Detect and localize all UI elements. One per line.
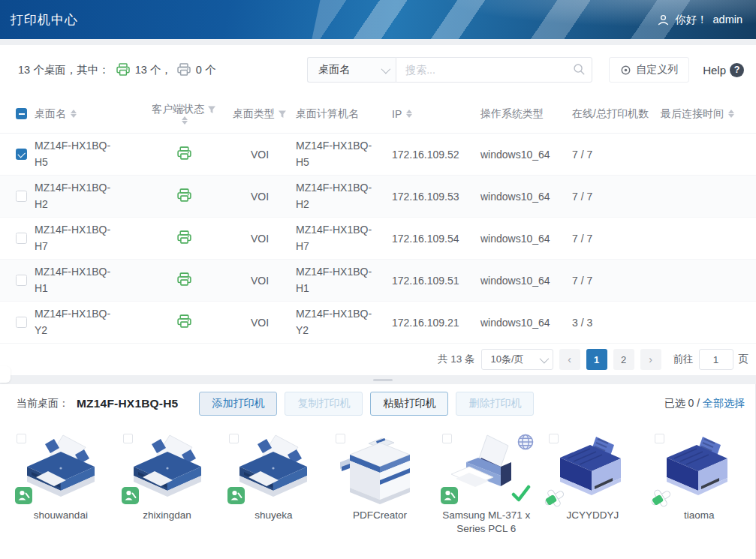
printer-item[interactable]: shuyeka xyxy=(220,428,327,535)
sort-icon[interactable] xyxy=(406,110,412,118)
filter-icon[interactable] xyxy=(207,105,216,114)
printer-label: tiaoma xyxy=(684,509,715,522)
printer-item[interactable]: tiaoma xyxy=(646,428,752,535)
desktop-name: MZ14F-HX1BQ-H1 xyxy=(35,264,123,296)
next-page-button[interactable]: › xyxy=(640,349,661,370)
panel-collapse-handle[interactable] xyxy=(0,366,11,383)
printer-item[interactable]: Samsung ML-371 x Series PCL 6 xyxy=(433,428,540,535)
page-button-1[interactable]: 1 xyxy=(586,349,607,370)
column-header-last-connect[interactable]: 最后连接时间 xyxy=(661,107,756,121)
desktop-table: 桌面名 客户端状态 桌面类型 桌面计算机名 xyxy=(0,95,756,344)
inkjet-printer-icon xyxy=(126,432,209,507)
client-online-icon xyxy=(176,314,192,329)
table-row[interactable]: MZ14F-HX1BQ-H5 VOI MZ14F-HX1BQ-H5 172.16… xyxy=(0,134,756,176)
customize-columns-button[interactable]: 自定义列 xyxy=(609,57,689,83)
paste-printer-button[interactable]: 粘贴打印机 xyxy=(370,392,448,416)
table-row[interactable]: MZ14F-HX1BQ-Y2 VOI MZ14F-HX1BQ-Y2 172.16… xyxy=(0,302,756,344)
select-all-checkbox[interactable] xyxy=(16,108,27,119)
table-row[interactable]: MZ14F-HX1BQ-H1 VOI MZ14F-HX1BQ-H1 172.16… xyxy=(0,260,756,302)
page-size-select[interactable]: 10条/页 xyxy=(481,349,553,370)
chevron-down-icon xyxy=(381,64,391,74)
row-checkbox[interactable] xyxy=(16,233,27,244)
printer-item[interactable]: zhixingdan xyxy=(114,428,221,535)
shared-user-badge-icon xyxy=(227,487,245,504)
page-size-value: 10条/页 xyxy=(491,353,524,366)
desktop-type: VOI xyxy=(251,191,269,203)
search-icon[interactable] xyxy=(573,63,586,76)
column-header-desktop-name[interactable]: 桌面名 xyxy=(35,107,144,121)
search-input[interactable] xyxy=(396,57,592,83)
desktop-name: MZ14F-HX1BQ-H5 xyxy=(35,138,123,170)
computer-name: MZ14F-HX1BQ-Y2 xyxy=(296,306,384,338)
client-online-icon xyxy=(176,188,192,203)
shared-user-badge-icon xyxy=(441,487,458,504)
table-row[interactable]: MZ14F-HX1BQ-H2 VOI MZ14F-HX1BQ-H2 172.16… xyxy=(0,176,756,218)
laser-printer-icon xyxy=(445,432,528,507)
label-printer-icon xyxy=(658,432,740,507)
select-all-link[interactable]: 全部选择 xyxy=(703,397,745,409)
goto-page-input[interactable] xyxy=(699,349,733,370)
row-checkbox[interactable] xyxy=(16,275,27,286)
client-status-cell xyxy=(176,230,192,248)
sort-icon[interactable] xyxy=(71,110,77,118)
row-checkbox[interactable] xyxy=(16,317,27,328)
ip-address: 172.16.109.52 xyxy=(392,149,480,161)
help-button[interactable]: Help ? xyxy=(703,63,744,77)
computer-name: MZ14F-HX1BQ-H5 xyxy=(296,138,384,170)
delete-printer-button: 删除打印机 xyxy=(456,392,534,416)
row-checkbox[interactable] xyxy=(16,149,27,160)
printer-item[interactable]: PDFCreator xyxy=(327,428,433,535)
sort-icon[interactable] xyxy=(182,116,188,125)
topbar: 打印机中心 你好！ admin xyxy=(0,0,756,39)
ip-address: 172.16.109.53 xyxy=(392,191,480,203)
os-type: windows10_64 xyxy=(480,317,572,329)
page-button-2[interactable]: 2 xyxy=(613,349,634,370)
printer-count: 7 / 7 xyxy=(572,275,661,287)
goto-label: 前往 xyxy=(673,353,694,366)
label-printer-icon xyxy=(551,432,634,507)
user-menu[interactable]: 你好！ admin xyxy=(657,13,742,27)
client-status-cell xyxy=(176,272,192,290)
printer-count: 3 / 3 xyxy=(572,317,661,329)
ip-address: 172.16.109.54 xyxy=(392,233,480,245)
help-icon: ? xyxy=(730,63,744,77)
column-header-computer-name: 桌面计算机名 xyxy=(296,107,392,121)
os-type: windows10_64 xyxy=(480,149,572,161)
app-title: 打印机中心 xyxy=(11,11,78,29)
usb-plug-icon xyxy=(542,488,568,510)
desktop-type: VOI xyxy=(251,149,269,161)
column-header-desktop-type[interactable]: 桌面类型 xyxy=(233,107,287,121)
printer-item[interactable]: JCYYDDYJ xyxy=(540,428,646,535)
table-header-row: 桌面名 客户端状态 桌面类型 桌面计算机名 xyxy=(0,95,756,134)
panel-resize-handle[interactable] xyxy=(373,379,393,381)
shared-user-badge-icon xyxy=(15,487,32,504)
search-field-value: 桌面名 xyxy=(318,63,350,77)
filter-group: 桌面名 自定义列 Help ? xyxy=(307,57,747,83)
username: admin xyxy=(713,14,743,26)
filter-icon[interactable] xyxy=(278,110,287,119)
desktop-table-panel: 13 个桌面，其中： 13 个， 0 个 桌面名 自定义列 xyxy=(0,45,756,375)
column-header-ip[interactable]: IP xyxy=(392,108,480,120)
sort-icon[interactable] xyxy=(728,110,734,118)
printer-count: 7 / 7 xyxy=(572,149,661,161)
os-type: windows10_64 xyxy=(480,275,572,287)
computer-name: MZ14F-HX1BQ-H1 xyxy=(296,264,384,296)
printer-label: Samsung ML-371 x Series PCL 6 xyxy=(439,509,534,535)
search-field-select[interactable]: 桌面名 xyxy=(307,57,396,83)
chevron-down-icon xyxy=(539,353,549,363)
printer-label: PDFCreator xyxy=(353,509,407,522)
printer-item[interactable]: shouwandai xyxy=(8,428,114,535)
customize-columns-label: 自定义列 xyxy=(636,63,678,77)
prev-page-button[interactable]: ‹ xyxy=(559,349,580,370)
goto-suffix: 页 xyxy=(739,353,749,366)
client-status-cell xyxy=(176,188,192,206)
column-header-client-status[interactable]: 客户端状态 xyxy=(152,103,216,125)
offline-count-text: 0 个 xyxy=(196,63,216,77)
shared-user-badge-icon xyxy=(122,487,139,504)
table-row[interactable]: MZ14F-HX1BQ-H7 VOI MZ14F-HX1BQ-H7 172.16… xyxy=(0,218,756,260)
add-printer-button[interactable]: 添加打印机 xyxy=(199,392,277,416)
row-checkbox[interactable] xyxy=(16,191,27,202)
column-header-printer-count: 在线/总打印机数 xyxy=(572,107,661,121)
client-status-cell xyxy=(176,146,192,164)
desktop-type: VOI xyxy=(251,233,269,245)
